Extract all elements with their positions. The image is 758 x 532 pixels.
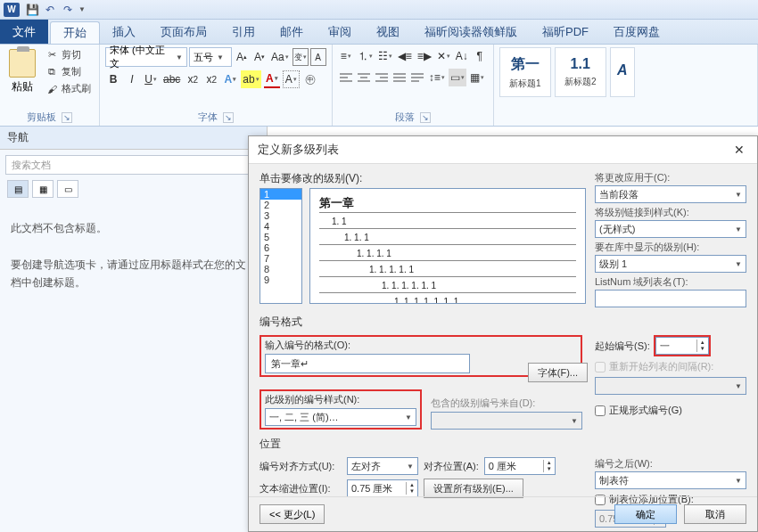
file-tab[interactable]: 文件 [0,20,48,44]
legal-checkbox[interactable] [595,405,606,416]
superscript-icon[interactable]: x2 [203,70,219,88]
undo-icon[interactable]: ↶ [43,3,57,17]
list-item[interactable]: 7 [260,253,301,264]
nav-empty-msg1: 此文档不包含标题。 [11,219,256,237]
list-item[interactable]: 2 [260,200,301,210]
nav-tab-headings-icon[interactable]: ▤ [7,180,29,198]
align-at-spinner[interactable]: 0 厘米▲▼ [484,457,556,475]
style-heading1[interactable]: 第一 新标题1 [499,47,551,97]
phonetic-guide-icon[interactable]: 变 [292,48,309,66]
font-expander-icon[interactable]: ↘ [223,112,234,123]
tab-mailings[interactable]: 邮件 [268,20,316,44]
clipboard-expander-icon[interactable]: ↘ [62,112,72,123]
borders-icon[interactable]: ▦ [468,69,486,86]
qat-dropdown-icon[interactable]: ▼ [78,5,86,13]
italic-icon[interactable]: I [124,70,140,88]
search-input[interactable]: 搜索文档 [5,155,261,175]
show-marks-icon[interactable]: ¶ [472,47,488,65]
cancel-button[interactable]: 取消 [684,504,746,524]
list-item[interactable]: 3 [260,210,301,221]
position-section: 位置 [260,437,746,452]
align-at-label: 对齐位置(A): [424,460,479,473]
list-item[interactable]: 6 [260,242,301,253]
start-spinner[interactable]: 一▲▼ [655,337,709,355]
align-center-icon[interactable] [356,69,372,86]
follow-label: 编号之后(W): [595,457,746,471]
list-item[interactable]: 1 [260,189,301,200]
font-color-icon[interactable]: A [264,70,280,88]
tab-foxit1[interactable]: 福昕阅读器领鲜版 [412,20,530,44]
paste-button[interactable]: 粘贴 [5,47,39,110]
ok-button[interactable]: 确定 [614,504,677,524]
tab-baidu[interactable]: 百度网盘 [601,20,672,44]
numbering-icon[interactable]: ⒈ [356,47,375,65]
font-button[interactable]: 字体(F)... [528,363,588,382]
set-all-button[interactable]: 设置所有级别(E)... [424,479,523,498]
tab-review[interactable]: 审阅 [316,20,364,44]
align-justify-icon[interactable] [391,69,408,86]
align-left-icon[interactable] [338,69,354,86]
font-size-combo[interactable]: 五号▼ [189,47,232,67]
increase-indent-icon[interactable]: ≡▶ [416,47,433,65]
decrease-indent-icon[interactable]: ◀≡ [396,47,414,65]
restart-select: ▼ [595,377,746,395]
char-shading-icon[interactable]: A [283,70,300,88]
shading-icon[interactable]: ▭ [449,69,466,86]
list-item[interactable]: 9 [260,274,301,285]
sort-icon[interactable]: A↓ [454,47,470,65]
level-listbox[interactable]: 1 2 3 4 5 6 7 8 9 [260,188,302,304]
tab-layout[interactable]: 页面布局 [148,20,219,44]
style-more[interactable]: A [610,47,635,97]
bold-icon[interactable]: B [105,70,121,88]
underline-icon[interactable]: U [143,70,159,88]
listnum-input[interactable] [595,290,746,307]
strike-icon[interactable]: abc [161,70,182,88]
tab-view[interactable]: 视图 [364,20,412,44]
change-case-icon[interactable]: Aa [269,48,291,66]
tab-home[interactable]: 开始 [50,21,100,44]
apply-to-select[interactable]: 当前段落▼ [595,185,746,203]
text-effects-icon[interactable]: A [222,70,238,88]
shrink-font-icon[interactable]: A▾ [251,48,268,66]
num-style-select[interactable]: 一, 二, 三 (简)…▼ [265,408,416,426]
list-item[interactable]: 5 [260,232,301,242]
save-icon[interactable]: 💾 [25,3,39,17]
enclose-char-icon[interactable]: ㊥ [302,70,318,88]
nav-tab-pages-icon[interactable]: ▦ [32,180,54,198]
font-group-label: 字体 [198,110,218,124]
asian-layout-icon[interactable]: ✕ [435,47,452,65]
gallery-level-select[interactable]: 级别 1▼ [595,255,746,273]
copy-button[interactable]: ⧉复制 [43,64,94,79]
subscript-icon[interactable]: x2 [185,70,201,88]
paragraph-expander-icon[interactable]: ↘ [420,112,431,123]
indent-label: 文本缩进位置(I): [260,482,342,495]
redo-icon[interactable]: ↷ [61,3,75,17]
nav-tab-results-icon[interactable]: ▭ [57,180,78,198]
list-preview: 第一章 1. 1 1. 1. 1 1. 1. 1. 1 1. 1. 1. 1. … [309,188,586,304]
tab-references[interactable]: 引用 [219,20,268,44]
font-name-combo[interactable]: 宋体 (中文正文▼ [105,47,187,67]
list-item[interactable]: 8 [260,264,301,274]
grow-font-icon[interactable]: A▴ [234,48,250,66]
tab-insert[interactable]: 插入 [100,20,148,44]
line-spacing-icon[interactable]: ↕≡ [427,69,447,86]
bullets-icon[interactable]: ≡ [338,47,354,65]
multilevel-icon[interactable]: ☷ [376,47,394,65]
copy-icon: ⧉ [45,66,58,78]
close-icon[interactable]: ✕ [730,143,748,157]
clear-format-icon[interactable]: A [310,48,326,66]
follow-select[interactable]: 制表符▼ [595,471,746,489]
format-painter-button[interactable]: 🖌格式刷 [43,81,94,96]
link-style-select[interactable]: (无样式)▼ [595,220,746,238]
style-heading2[interactable]: 1.1 新标题2 [555,47,606,97]
less-button[interactable]: << 更少(L) [260,504,325,524]
highlight-icon[interactable]: ab [241,70,260,88]
distribute-icon[interactable] [409,69,425,86]
tab-foxit2[interactable]: 福昕PDF [530,20,601,44]
align-select[interactable]: 左对齐▼ [347,457,418,475]
align-right-icon[interactable] [374,69,390,86]
quick-access-toolbar: W 💾 ↶ ↷ ▼ [0,0,758,20]
list-item[interactable]: 4 [260,221,301,232]
indent-spinner[interactable]: 0.75 厘米▲▼ [347,479,418,497]
cut-button[interactable]: ✂剪切 [43,47,94,62]
